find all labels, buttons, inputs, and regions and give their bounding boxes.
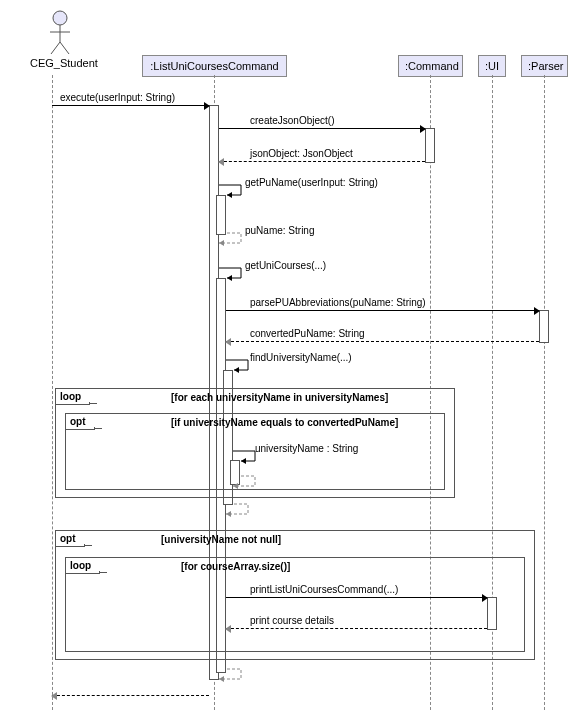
frame-opt1-guard: [if universityName equals to convertedPu… [171,417,398,428]
msg-parsepu [226,310,539,311]
msg-getunicourses-return [219,667,249,683]
msg-punamereturn-label: puName: String [245,225,314,236]
svg-line-4 [60,42,69,54]
lifeline-parser [544,75,545,710]
participant-list-uni-courses-command: :ListUniCoursesCommand [142,55,287,77]
activation-getpuname [216,195,226,235]
msg-getunicourses [219,266,249,282]
activation-parser [539,310,549,343]
msg-getunicourses-label: getUniCourses(...) [245,260,326,271]
msg-finduni [226,358,256,374]
msg-createjson [219,128,425,129]
frame-loop2-label: loop [66,558,100,574]
msg-parsepu-label: parsePUAbbreviations(puName: String) [250,297,426,308]
msg-printlist-label: printListUniCoursesCommand(...) [250,584,398,595]
participant-parser: :Parser [521,55,568,77]
msg-final-return [52,695,209,696]
msg-finduni-label: findUniversityName(...) [250,352,352,363]
svg-point-0 [53,11,67,25]
activation-command [425,128,435,163]
msg-getpuname [219,183,249,199]
frame-loop1-label: loop [56,389,90,405]
msg-finduni-return [226,502,256,518]
msg-convertedreturn-label: convertedPuName: String [250,328,365,339]
frame-opt1-label: opt [66,414,95,430]
msg-jsonreturn-label: jsonObject: JsonObject [250,148,353,159]
actor-icon [45,10,75,55]
actor-ceg-student: CEG_Student [30,10,90,69]
lifeline-actor [52,75,53,710]
msg-execute-label: execute(userInput: String) [60,92,175,103]
msg-printdetails [226,628,487,629]
msg-uninamereturn-label: universityName : String [255,443,358,454]
actor-label: CEG_Student [30,57,90,69]
msg-jsonreturn [219,161,425,162]
msg-punamereturn [219,231,249,247]
frame-loop2: loop [for courseArray.size()] [65,557,525,652]
msg-printdetails-label: print course details [250,615,334,626]
frame-opt2-label: opt [56,531,85,547]
msg-printlist [226,597,487,598]
msg-getpuname-label: getPuName(userInput: String) [245,177,378,188]
msg-convertedreturn [226,341,539,342]
frame-opt2-guard: [universityName not null] [161,534,281,545]
msg-createjson-label: createJsonObject() [250,115,334,126]
participant-ui: :UI [478,55,506,77]
msg-uninamereturn-selfout [233,474,263,490]
msg-execute [52,105,209,106]
frame-loop1-guard: [for each universityName in universityNa… [171,392,388,403]
msg-uninamereturn-selfin [233,449,263,465]
frame-loop2-guard: [for courseArray.size()] [181,561,290,572]
svg-line-3 [51,42,60,54]
participant-command: :Command [398,55,463,77]
